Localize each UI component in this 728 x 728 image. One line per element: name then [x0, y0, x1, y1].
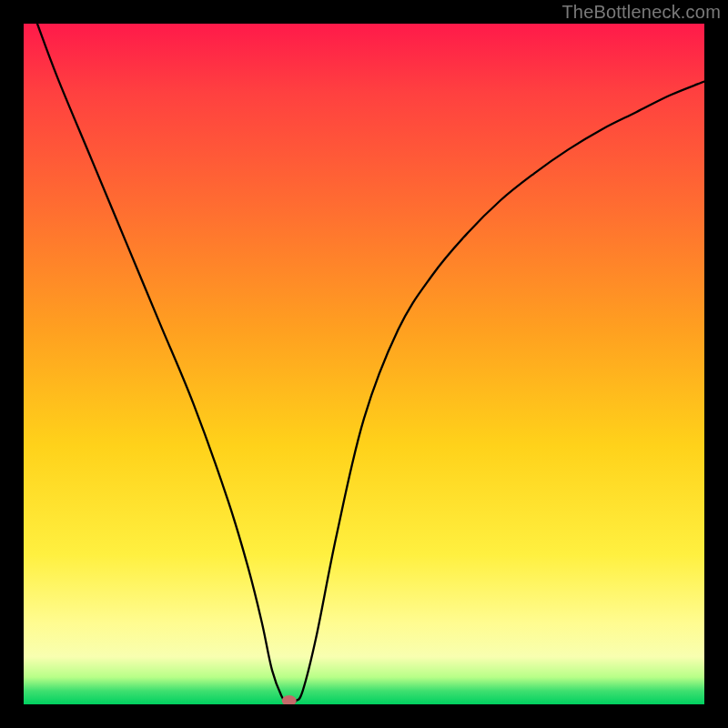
minimum-marker	[282, 695, 297, 704]
plot-area	[24, 24, 704, 704]
chart-frame: TheBottleneck.com	[0, 0, 728, 728]
curve-svg	[24, 24, 704, 704]
watermark-text: TheBottleneck.com	[561, 2, 721, 23]
bottleneck-curve	[37, 24, 704, 704]
